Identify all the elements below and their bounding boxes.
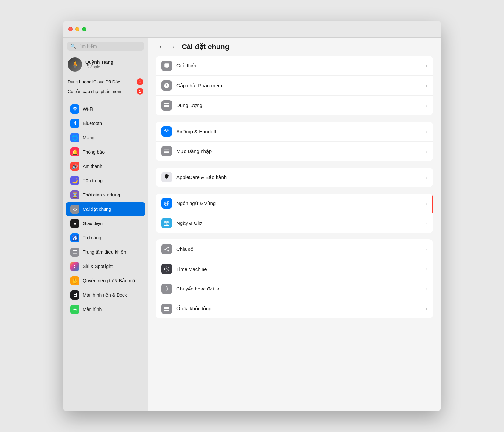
sidebar-accessibility-label: Trợ năng [83, 235, 101, 240]
close-button[interactable] [68, 27, 73, 31]
notif-software-label: Có bản cập nhật phần mềm [68, 89, 121, 94]
settings-row-startup[interactable]: Ổ đĩa khởi động › [156, 299, 433, 318]
sidebar-item-display[interactable]: ☀ Màn hình [66, 303, 145, 316]
settings-row-storage[interactable]: Dung lượng › [156, 96, 433, 115]
notification-icloud[interactable]: Dung Lượng iCloud Đã Đầy 1 [63, 77, 148, 87]
airdrop-icon [161, 126, 172, 137]
notif-icloud-label: Dung Lượng iCloud Đã Đầy [68, 79, 120, 84]
svg-point-20 [167, 250, 169, 252]
svg-rect-16 [167, 221, 168, 222]
sidebar-item-appearance[interactable]: ● Giao diện [66, 217, 145, 230]
language-label: Ngôn ngữ & Vùng [176, 200, 426, 206]
sidebar-item-sound[interactable]: 🔊 Âm thanh [66, 159, 145, 173]
settings-row-about[interactable]: Giới thiệu › [156, 56, 433, 76]
back-button[interactable]: ‹ [156, 42, 165, 51]
sidebar-item-accessibility[interactable]: ♿ Trợ năng [66, 231, 145, 245]
sidebar-appearance-label: Giao diện [83, 221, 103, 226]
sidebar-divider [63, 99, 148, 99]
control-icon: ☰ [70, 248, 79, 257]
settings-group-1: Giới thiệu › Cập nhật Phần mềm › [156, 56, 433, 115]
user-subtitle: ID Apple [85, 65, 113, 69]
sidebar-item-wallpaper[interactable]: 🖥 Màn hình nền & Dock [66, 288, 145, 302]
sidebar-wallpaper-label: Màn hình nền & Dock [83, 292, 127, 298]
sidebar-item-screentime[interactable]: ⏳ Thời gian sử dụng [66, 188, 145, 202]
sidebar-item-network[interactable]: 🌐 Mạng [66, 131, 145, 144]
svg-line-22 [166, 248, 167, 249]
minimize-button[interactable] [75, 27, 79, 31]
sidebar: 🔍 Tìm kiếm 🧍 Quỳnh Trang ID Apple Dung L… [63, 38, 148, 411]
software-update-chevron: › [426, 83, 427, 88]
settings-row-datetime[interactable]: 31 Ngày & Giờ › [156, 213, 433, 233]
airdrop-label: AirDrop & Handoff [176, 129, 426, 134]
appearance-icon: ● [70, 219, 79, 228]
sidebar-focus-label: Tập trung [83, 178, 103, 183]
software-update-label: Cập nhật Phần mềm [176, 83, 426, 88]
sidebar-display-label: Màn hình [83, 307, 102, 312]
about-label: Giới thiệu [176, 63, 426, 69]
sound-icon: 🔊 [70, 162, 79, 171]
avatar-image: 🧍 [68, 57, 82, 72]
sidebar-item-notifications[interactable]: 🔔 Thông báo [66, 145, 145, 159]
timemachine-chevron: › [426, 266, 427, 272]
siri-icon: 🎙 [70, 262, 79, 271]
sidebar-screentime-label: Thời gian sử dụng [83, 192, 120, 197]
wifi-icon [70, 104, 79, 114]
settings-group-3: AppleCare & Bảo hành › [156, 168, 433, 187]
transfer-chevron: › [426, 286, 427, 291]
login-icon [161, 146, 172, 156]
sidebar-item-privacy[interactable]: ✋ Quyền riêng tư & Bảo mật [66, 274, 145, 288]
settings-row-language[interactable]: Ngôn ngữ & Vùng › [156, 194, 433, 213]
sidebar-siri-label: Siri & Spotlight [83, 264, 113, 269]
storage-label: Dung lượng [176, 102, 426, 108]
notification-software[interactable]: Có bản cập nhật phần mềm 1 [63, 87, 148, 96]
sidebar-item-bluetooth[interactable]: Bluetooth [66, 116, 145, 130]
settings-row-transfer[interactable]: Chuyển hoặc đặt lại › [156, 279, 433, 299]
sidebar-wifi-label: Wi-Fi [83, 106, 93, 112]
privacy-icon: ✋ [70, 276, 79, 285]
sidebar-privacy-label: Quyền riêng tư & Bảo mật [83, 278, 137, 283]
settings-group-2: AirDrop & Handoff › Mục Đăng nhập › [156, 122, 433, 161]
datetime-chevron: › [426, 221, 427, 226]
startup-label: Ổ đĩa khởi động [176, 306, 426, 312]
svg-rect-8 [164, 151, 169, 152]
settings-row-software-update[interactable]: Cập nhật Phần mềm › [156, 76, 433, 96]
forward-button[interactable]: › [169, 42, 178, 51]
sidebar-item-wifi[interactable]: Wi-Fi [66, 102, 145, 116]
search-bar[interactable]: 🔍 Tìm kiếm [67, 42, 144, 51]
settings-row-applecare[interactable]: AppleCare & Bảo hành › [156, 168, 433, 187]
focus-icon: 🌙 [70, 176, 79, 185]
sidebar-item-control[interactable]: ☰ Trung tâm điều khiển [66, 245, 145, 259]
svg-text:31: 31 [166, 223, 168, 225]
maximize-button[interactable] [82, 27, 86, 31]
sharing-label: Chia sẻ [176, 246, 426, 252]
svg-rect-1 [165, 67, 168, 68]
sharing-chevron: › [426, 247, 427, 252]
settings-row-login[interactable]: Mục Đăng nhập › [156, 142, 433, 161]
sidebar-item-siri[interactable]: 🎙 Siri & Spotlight [66, 260, 145, 273]
settings-row-timemachine[interactable]: Time Machine › [156, 259, 433, 279]
svg-point-18 [167, 247, 169, 249]
main-header: ‹ › Cài đặt chung [148, 38, 441, 56]
search-placeholder: Tìm kiếm [78, 44, 97, 49]
svg-rect-9 [164, 152, 169, 153]
sidebar-item-focus[interactable]: 🌙 Tập trung [66, 174, 145, 187]
settings-list: Giới thiệu › Cập nhật Phần mềm › [148, 56, 441, 411]
bluetooth-icon [70, 119, 79, 128]
notif-software-badge: 1 [137, 88, 143, 95]
sidebar-sound-label: Âm thanh [83, 164, 102, 169]
startup-chevron: › [426, 306, 427, 311]
software-update-icon [161, 80, 172, 91]
timemachine-icon [161, 264, 172, 274]
sidebar-control-label: Trung tâm điều khiển [83, 250, 126, 255]
sidebar-notifications-label: Thông báo [83, 149, 105, 155]
svg-rect-3 [164, 103, 169, 104]
user-profile[interactable]: 🧍 Quỳnh Trang ID Apple [63, 55, 148, 77]
svg-rect-25 [164, 308, 169, 309]
svg-rect-24 [164, 307, 169, 308]
svg-rect-26 [164, 310, 169, 311]
sidebar-item-general[interactable]: ⚙ Cài đặt chung [66, 202, 145, 216]
settings-row-airdrop[interactable]: AirDrop & Handoff › [156, 122, 433, 142]
notifications-icon: 🔔 [70, 147, 79, 156]
settings-row-sharing[interactable]: Chia sẻ › [156, 239, 433, 259]
svg-line-21 [166, 250, 167, 250]
